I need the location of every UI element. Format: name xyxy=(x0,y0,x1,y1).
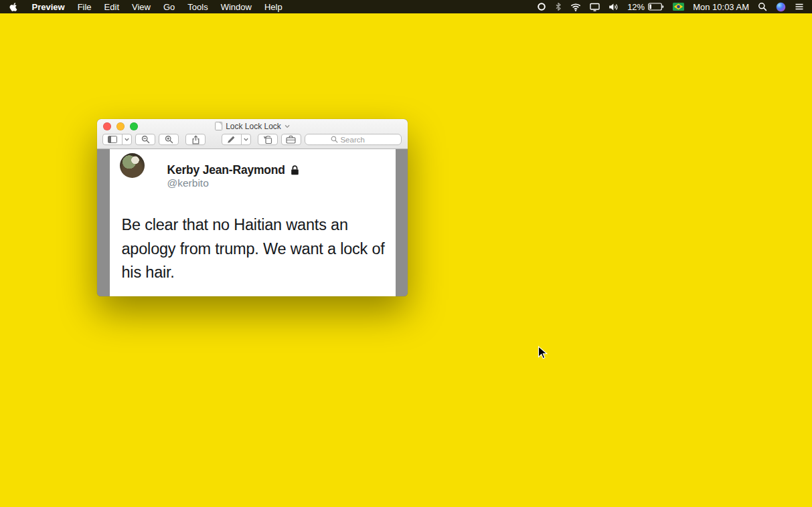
brazil-flag-icon[interactable] xyxy=(673,3,684,11)
bluetooth-icon[interactable] xyxy=(555,2,562,11)
protected-account-lock-icon xyxy=(291,165,299,175)
zoom-out-icon xyxy=(141,135,150,144)
menu-bar-clock[interactable]: Mon 10:03 AM xyxy=(693,2,749,12)
minimize-button[interactable] xyxy=(116,122,125,130)
battery-icon xyxy=(648,3,664,11)
apple-logo-icon xyxy=(9,2,18,12)
sidebar-button-group xyxy=(102,134,132,145)
zoom-in-button[interactable] xyxy=(159,134,179,145)
menu-app-name[interactable]: Preview xyxy=(25,0,71,13)
menu-help[interactable]: Help xyxy=(258,0,289,13)
tweet-image: Kerby Jean-Raymond @kerbito Be clear tha… xyxy=(110,149,396,296)
tweet-author-handle: @kerbito xyxy=(167,177,209,189)
chevron-down-icon xyxy=(125,138,129,141)
tweet-author-row: Kerby Jean-Raymond xyxy=(167,163,299,177)
sidebar-toggle-button[interactable] xyxy=(102,134,123,145)
markup-toolbar-icon xyxy=(286,135,296,144)
spotlight-icon[interactable] xyxy=(758,2,767,11)
rotate-button[interactable] xyxy=(258,134,278,145)
menu-tools[interactable]: Tools xyxy=(181,0,214,13)
close-button[interactable] xyxy=(103,122,111,130)
menu-bar-left: Preview File Edit View Go Tools Window H… xyxy=(0,0,289,13)
siri-icon[interactable] xyxy=(776,2,786,12)
preview-window: Lock Lock Lock xyxy=(97,119,408,296)
menu-bar-status: 12% Mon 10:03 AM xyxy=(537,0,812,13)
window-chrome: Lock Lock Lock xyxy=(97,119,408,149)
window-title: Lock Lock Lock xyxy=(226,122,281,131)
zoom-in-icon xyxy=(165,135,173,144)
zoom-out-button[interactable] xyxy=(135,134,155,145)
apple-menu[interactable] xyxy=(0,0,25,13)
volume-icon[interactable] xyxy=(608,3,619,11)
menu-go[interactable]: Go xyxy=(157,0,181,13)
markup-options-button[interactable] xyxy=(241,134,251,145)
markup-button-group xyxy=(222,134,251,145)
sidebar-icon xyxy=(108,136,117,143)
menu-window[interactable]: Window xyxy=(214,0,258,13)
toolbar xyxy=(97,133,408,148)
avatar xyxy=(120,153,145,178)
share-icon xyxy=(191,135,200,144)
tweet-author-name: Kerby Jean-Raymond xyxy=(167,163,285,177)
markup-pencil-button[interactable] xyxy=(222,134,242,145)
traffic-lights xyxy=(103,119,138,133)
menu-view[interactable]: View xyxy=(126,0,157,13)
ring-icon[interactable] xyxy=(537,2,546,11)
share-button[interactable] xyxy=(185,134,206,145)
battery-percent: 12% xyxy=(627,2,645,12)
battery-status[interactable]: 12% xyxy=(627,2,664,12)
mouse-cursor xyxy=(538,346,549,361)
search-input[interactable] xyxy=(340,136,375,144)
rotate-icon xyxy=(263,135,272,144)
menu-edit[interactable]: Edit xyxy=(98,0,125,13)
menu-file[interactable]: File xyxy=(71,0,98,13)
document-content: Kerby Jean-Raymond @kerbito Be clear tha… xyxy=(97,149,408,296)
wifi-icon[interactable] xyxy=(570,3,581,11)
search-icon xyxy=(331,136,338,143)
search-field[interactable] xyxy=(305,134,402,145)
title-chevron-down-icon[interactable] xyxy=(285,124,290,128)
document-proxy-icon[interactable] xyxy=(215,122,222,130)
chevron-down-icon xyxy=(244,138,248,141)
display-icon[interactable] xyxy=(590,3,600,11)
title-area: Lock Lock Lock xyxy=(215,119,290,133)
sidebar-options-button[interactable] xyxy=(122,134,132,145)
markup-pencil-icon xyxy=(227,135,236,144)
tweet-body: Be clear that no Haitian wants an apolog… xyxy=(122,213,391,285)
title-bar[interactable]: Lock Lock Lock xyxy=(97,119,408,133)
menu-bar: Preview File Edit View Go Tools Window H… xyxy=(0,0,812,13)
markup-toolbar-button[interactable] xyxy=(281,134,301,145)
fullscreen-button[interactable] xyxy=(130,122,138,130)
notification-center-icon[interactable] xyxy=(795,3,804,11)
